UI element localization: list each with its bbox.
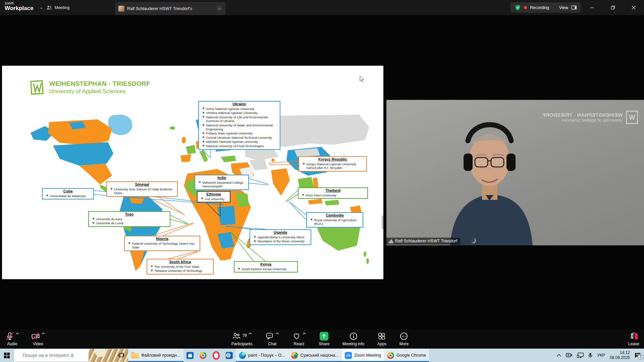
start-button[interactable]	[0, 349, 13, 362]
recording-dot-icon	[524, 6, 527, 9]
chrome-icon	[200, 352, 207, 359]
audio-button[interactable]: Audio	[5, 329, 19, 346]
participant-name: Ralf Schlauderer HSWT Triesdorf	[395, 239, 457, 243]
leave-button[interactable]: Leave	[628, 329, 639, 346]
tab-more-icon[interactable]: ⋯	[217, 6, 222, 11]
zoom-toolbar: Audio Video 79	[0, 329, 644, 349]
language-indicator[interactable]: УКР	[597, 353, 605, 358]
more-icon	[399, 332, 408, 341]
zoom-app-icon: zm	[345, 352, 352, 359]
tray-chevron-up-icon[interactable]	[557, 354, 561, 357]
callout-country: Nigeria	[126, 237, 198, 241]
video-logo-badge	[470, 238, 476, 243]
store-icon	[186, 352, 194, 359]
taskbar-opera[interactable]	[210, 349, 223, 362]
watermark-subtitle: University of Applied Sciences	[542, 118, 623, 123]
callout-nigeria: Nigeria❖Federal University of Technology…	[124, 236, 200, 251]
chat-caret-icon[interactable]	[276, 333, 279, 335]
react-button[interactable]: React	[292, 329, 306, 346]
video-button[interactable]: Video	[31, 329, 45, 346]
callout-university: ❖Tshwane University of Technology	[149, 269, 212, 273]
callout-thailand: Thailand❖Khon Kaen University	[298, 187, 368, 199]
taskbar-clock[interactable]: 14:12 08.09.2025	[610, 350, 630, 360]
taskbar-file-explorer[interactable]: Файловий провідн...	[128, 349, 183, 362]
meeting-info-button[interactable]: Meeting info	[342, 329, 364, 346]
tray-display-icon[interactable]	[577, 353, 584, 358]
people-icon	[46, 5, 52, 10]
callout-country: Togo	[90, 212, 168, 217]
callout-university: ❖Federal University of Technology Owerri…	[126, 242, 198, 249]
callout-university: ❖Sumy National Agrarian University	[200, 107, 278, 111]
camera-muted-icon	[31, 332, 40, 341]
watermark-title: WEIHENSTEPHAN · TRIESDORF	[542, 112, 623, 118]
more-button[interactable]: More	[399, 329, 409, 346]
callout-university: ❖Arsi university	[199, 197, 228, 201]
callout-india: India❖Maharishi Dayanand College Hanuman…	[195, 175, 249, 190]
meeting-tab-label: Meeting	[55, 5, 69, 10]
app-name: zoom	[5, 1, 34, 5]
callout-university: ❖South Eastern Kenya University	[236, 267, 296, 271]
callout-country: Thailand	[300, 188, 366, 193]
taskbar-google-chrome[interactable]: Google Chrome	[384, 349, 429, 362]
taskbar-chrome-sumy[interactable]: Сумський націона...	[288, 349, 342, 362]
video-watermark: W WEIHENSTEPHAN · TRIESDORF University o…	[542, 111, 638, 124]
hswt-w-icon-mirrored: W	[626, 111, 638, 124]
callout-togo: Togo❖Université de Kara❖Université de Lo…	[88, 211, 170, 227]
edge-icon	[239, 352, 246, 359]
taskbar-outlook[interactable]	[223, 349, 236, 362]
callout-university: ❖Poltava State Agrarian University	[200, 131, 278, 135]
participants-caret-icon[interactable]	[249, 333, 252, 335]
view-layout-icon[interactable]	[571, 5, 577, 10]
search-input[interactable]	[20, 352, 86, 358]
callout-cambodia: Cambodia❖Royal University of Agriculture…	[306, 212, 363, 228]
minimize-button[interactable]	[582, 0, 602, 15]
callout-ukraine: Ukraine❖Sumy National Agrarian Universit…	[198, 101, 280, 150]
apps-button[interactable]: Apps	[377, 329, 386, 346]
react-caret-icon[interactable]	[303, 333, 306, 335]
chrome-icon	[387, 352, 394, 359]
participant-name-label: Ralf Schlauderer HSWT Triesdorf	[386, 238, 460, 245]
restore-button[interactable]	[602, 0, 623, 15]
heart-icon	[292, 332, 301, 341]
close-button[interactable]	[623, 0, 644, 15]
chevron-down-icon[interactable]: ⌄	[40, 5, 43, 10]
audio-caret-icon[interactable]	[16, 333, 19, 335]
callout-university: ❖Université de Kara	[90, 217, 168, 221]
tray-camera-icon[interactable]	[566, 353, 572, 358]
chat-button[interactable]: Chat	[265, 329, 279, 346]
callout-country: Ukraine	[200, 102, 278, 107]
notification-count-badge: 2	[638, 354, 643, 360]
apps-icon	[377, 332, 386, 341]
callout-country: South Africa	[149, 260, 212, 264]
tray-mic-icon[interactable]	[588, 353, 592, 358]
tab-meeting[interactable]: Meeting	[46, 3, 69, 13]
taskbar-store[interactable]	[183, 349, 197, 362]
callout-university: ❖National University of Water and Enviro…	[200, 123, 278, 131]
callout-country: Kyrgyz Republic	[301, 157, 365, 162]
content-tab-label: Ralf Schlauderer HSWT Triesdorf's	[127, 6, 192, 11]
security-shield-icon[interactable]	[515, 4, 521, 11]
notification-center-button[interactable]: 2	[635, 353, 641, 358]
participants-button[interactable]: 79 Participants	[231, 329, 253, 346]
tab-shared-content[interactable]: Ralf Schlauderer HSWT Triesdorf's ⋯	[115, 2, 226, 15]
callout-university: ❖Royal University of Agriculture (RUA)	[308, 218, 361, 226]
video-caret-icon[interactable]	[42, 333, 45, 335]
avatar	[118, 6, 124, 12]
taskbar-zoom-meeting[interactable]: zm Zoom Meeting	[342, 349, 384, 362]
info-icon	[349, 332, 358, 341]
view-button[interactable]: View	[559, 5, 568, 10]
leave-door-icon	[629, 332, 639, 341]
taskbar-edge-paint[interactable]: paint - Пошук – O...	[236, 349, 288, 362]
taskbar-chrome[interactable]	[197, 349, 210, 362]
share-button[interactable]: Share	[319, 329, 329, 346]
task-view-button[interactable]	[114, 349, 128, 362]
chat-icon	[265, 332, 274, 341]
clock-time: 14:12	[610, 350, 630, 355]
callout-university: ❖Maharishi Dayanand College Hanumangarh	[197, 181, 247, 188]
share-icon	[320, 332, 328, 341]
taskbar-search[interactable]	[13, 349, 114, 362]
title-bar: zoom Workplace ⌄ Meeting Ralf Schlaudere…	[0, 0, 644, 15]
participant-video-tile[interactable]: W WEIHENSTEPHAN · TRIESDORF University o…	[386, 100, 644, 245]
slide-scrollbar[interactable]	[382, 216, 383, 229]
callout-university: ❖The University of the Free State	[149, 265, 212, 269]
